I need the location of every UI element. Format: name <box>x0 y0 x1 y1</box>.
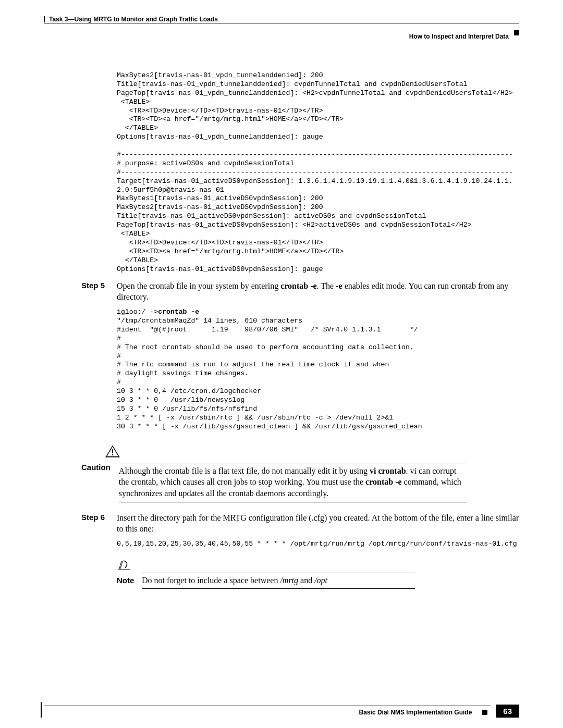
crontab-output: "/tmp/crontabmMaqZd" 14 lines, 610 chara… <box>117 317 422 430</box>
step-6-label: Step 6 <box>81 513 117 535</box>
page-number: 63 <box>496 705 519 718</box>
code-block-cron-entry: 0,5,10,15,20,25,30,35,40,45,50,55 * * * … <box>117 540 519 549</box>
header-bar-left <box>44 16 45 22</box>
step5-t2: . The <box>317 281 336 290</box>
header-subsection-row: How to Inspect and Interpret Data <box>44 26 519 40</box>
note-t2: and <box>298 576 314 585</box>
crontab-prompt: igloo:/ -> <box>117 308 158 316</box>
crontab-cmd: crontab -e <box>158 308 199 316</box>
step5-cmd1: crontab -e <box>280 281 316 290</box>
caution-b1: vi crontab <box>370 466 406 475</box>
page-header: Task 3—Using MRTG to Monitor and Graph T… <box>44 16 519 40</box>
note-label: Note <box>117 576 134 585</box>
footer-left-bar <box>41 702 42 718</box>
note-text: Do not forget to include a space between… <box>142 573 415 589</box>
caution-label: Caution <box>81 463 111 503</box>
caution-block: Caution Although the crontab file is a f… <box>81 445 519 503</box>
caution-text: Although the crontab file is a flat text… <box>119 463 467 503</box>
code-block-mrtg-config: MaxBytes2[travis-nas-01_vpdn_tunnelandde… <box>117 71 519 274</box>
step-6-text: Insert the directory path for the MRTG c… <box>117 513 519 535</box>
step-5-row: Step 5 Open the crontab file in your sys… <box>81 281 519 303</box>
task-title: Task 3—Using MRTG to Monitor and Graph T… <box>49 16 218 23</box>
caution-t1: Although the crontab file is a flat text… <box>119 466 370 475</box>
page-footer: Basic Dial NMS Implementation Guide 63 <box>44 705 519 718</box>
note-i2: /opt <box>314 576 327 585</box>
page-container: Task 3—Using MRTG to Monitor and Graph T… <box>0 0 563 728</box>
step-6-row: Step 6 Insert the directory path for the… <box>81 513 519 535</box>
section-title: How to Inspect and Interpret Data <box>409 33 509 40</box>
note-t1: Do not forget to include a space between <box>142 576 280 585</box>
svg-point-1 <box>112 454 113 455</box>
step-5-label: Step 5 <box>81 281 117 303</box>
step5-cmd2: -e <box>336 281 342 290</box>
note-i1: /mrtg <box>280 576 298 585</box>
step5-t1: Open the crontab file in your system by … <box>117 281 280 290</box>
note-icon <box>118 559 130 571</box>
caution-icon <box>105 445 120 458</box>
code-block-crontab: igloo:/ ->crontab -e "/tmp/crontabmMaqZd… <box>117 308 519 431</box>
body-content: MaxBytes2[travis-nas-01_vpdn_tunnelandde… <box>117 71 519 589</box>
caution-b2: crontab -e <box>365 477 401 486</box>
footer-doc-title: Basic Dial NMS Implementation Guide <box>359 709 472 716</box>
footer-decorative-box <box>482 710 487 715</box>
step-5-text: Open the crontab file in your system by … <box>117 281 519 303</box>
decorative-box <box>514 30 519 35</box>
note-block: Note Do not forget to include a space be… <box>117 559 519 589</box>
